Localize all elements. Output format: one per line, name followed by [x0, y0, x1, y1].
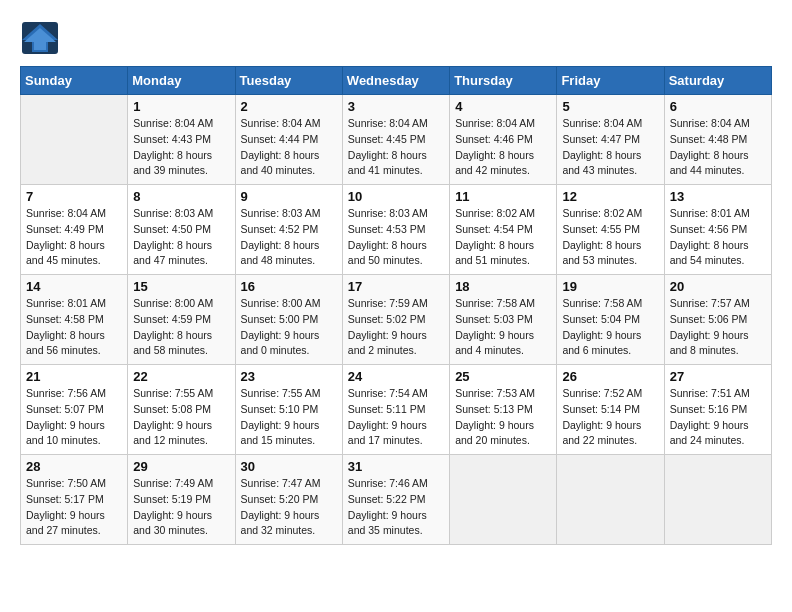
calendar-cell: 26Sunrise: 7:52 AMSunset: 5:14 PMDayligh…: [557, 365, 664, 455]
day-info: Sunrise: 7:57 AMSunset: 5:06 PMDaylight:…: [670, 296, 766, 359]
calendar-cell: 18Sunrise: 7:58 AMSunset: 5:03 PMDayligh…: [450, 275, 557, 365]
header-day-thursday: Thursday: [450, 67, 557, 95]
day-info: Sunrise: 8:03 AMSunset: 4:52 PMDaylight:…: [241, 206, 337, 269]
calendar-cell: 13Sunrise: 8:01 AMSunset: 4:56 PMDayligh…: [664, 185, 771, 275]
day-number: 7: [26, 189, 122, 204]
header-row: SundayMondayTuesdayWednesdayThursdayFrid…: [21, 67, 772, 95]
day-number: 29: [133, 459, 229, 474]
day-number: 13: [670, 189, 766, 204]
day-number: 30: [241, 459, 337, 474]
day-number: 16: [241, 279, 337, 294]
day-number: 25: [455, 369, 551, 384]
day-number: 14: [26, 279, 122, 294]
day-info: Sunrise: 7:59 AMSunset: 5:02 PMDaylight:…: [348, 296, 444, 359]
day-number: 9: [241, 189, 337, 204]
calendar-cell: 27Sunrise: 7:51 AMSunset: 5:16 PMDayligh…: [664, 365, 771, 455]
day-number: 24: [348, 369, 444, 384]
day-number: 2: [241, 99, 337, 114]
calendar-cell: 24Sunrise: 7:54 AMSunset: 5:11 PMDayligh…: [342, 365, 449, 455]
day-number: 18: [455, 279, 551, 294]
calendar-cell: [664, 455, 771, 545]
header-day-monday: Monday: [128, 67, 235, 95]
day-info: Sunrise: 7:56 AMSunset: 5:07 PMDaylight:…: [26, 386, 122, 449]
day-info: Sunrise: 8:00 AMSunset: 5:00 PMDaylight:…: [241, 296, 337, 359]
day-info: Sunrise: 7:51 AMSunset: 5:16 PMDaylight:…: [670, 386, 766, 449]
week-row-1: 1Sunrise: 8:04 AMSunset: 4:43 PMDaylight…: [21, 95, 772, 185]
calendar-cell: 29Sunrise: 7:49 AMSunset: 5:19 PMDayligh…: [128, 455, 235, 545]
day-info: Sunrise: 7:53 AMSunset: 5:13 PMDaylight:…: [455, 386, 551, 449]
calendar-cell: 11Sunrise: 8:02 AMSunset: 4:54 PMDayligh…: [450, 185, 557, 275]
calendar-cell: 8Sunrise: 8:03 AMSunset: 4:50 PMDaylight…: [128, 185, 235, 275]
week-row-4: 21Sunrise: 7:56 AMSunset: 5:07 PMDayligh…: [21, 365, 772, 455]
day-info: Sunrise: 8:02 AMSunset: 4:55 PMDaylight:…: [562, 206, 658, 269]
calendar-cell: 14Sunrise: 8:01 AMSunset: 4:58 PMDayligh…: [21, 275, 128, 365]
calendar-cell: 16Sunrise: 8:00 AMSunset: 5:00 PMDayligh…: [235, 275, 342, 365]
day-number: 6: [670, 99, 766, 114]
calendar-cell: 3Sunrise: 8:04 AMSunset: 4:45 PMDaylight…: [342, 95, 449, 185]
day-number: 10: [348, 189, 444, 204]
day-number: 26: [562, 369, 658, 384]
day-number: 22: [133, 369, 229, 384]
day-number: 21: [26, 369, 122, 384]
day-info: Sunrise: 7:50 AMSunset: 5:17 PMDaylight:…: [26, 476, 122, 539]
calendar-cell: 30Sunrise: 7:47 AMSunset: 5:20 PMDayligh…: [235, 455, 342, 545]
day-number: 11: [455, 189, 551, 204]
calendar-cell: 17Sunrise: 7:59 AMSunset: 5:02 PMDayligh…: [342, 275, 449, 365]
calendar-cell: 9Sunrise: 8:03 AMSunset: 4:52 PMDaylight…: [235, 185, 342, 275]
week-row-3: 14Sunrise: 8:01 AMSunset: 4:58 PMDayligh…: [21, 275, 772, 365]
day-info: Sunrise: 7:46 AMSunset: 5:22 PMDaylight:…: [348, 476, 444, 539]
logo: [20, 20, 64, 56]
day-info: Sunrise: 8:03 AMSunset: 4:53 PMDaylight:…: [348, 206, 444, 269]
week-row-5: 28Sunrise: 7:50 AMSunset: 5:17 PMDayligh…: [21, 455, 772, 545]
day-info: Sunrise: 8:01 AMSunset: 4:56 PMDaylight:…: [670, 206, 766, 269]
calendar-cell: 2Sunrise: 8:04 AMSunset: 4:44 PMDaylight…: [235, 95, 342, 185]
calendar-cell: 19Sunrise: 7:58 AMSunset: 5:04 PMDayligh…: [557, 275, 664, 365]
calendar-cell: 15Sunrise: 8:00 AMSunset: 4:59 PMDayligh…: [128, 275, 235, 365]
calendar-cell: 28Sunrise: 7:50 AMSunset: 5:17 PMDayligh…: [21, 455, 128, 545]
day-info: Sunrise: 7:49 AMSunset: 5:19 PMDaylight:…: [133, 476, 229, 539]
day-number: 27: [670, 369, 766, 384]
day-info: Sunrise: 8:02 AMSunset: 4:54 PMDaylight:…: [455, 206, 551, 269]
calendar-cell: 10Sunrise: 8:03 AMSunset: 4:53 PMDayligh…: [342, 185, 449, 275]
day-info: Sunrise: 7:58 AMSunset: 5:04 PMDaylight:…: [562, 296, 658, 359]
header: [20, 20, 772, 56]
header-day-friday: Friday: [557, 67, 664, 95]
calendar-cell: [557, 455, 664, 545]
day-number: 20: [670, 279, 766, 294]
day-number: 28: [26, 459, 122, 474]
day-info: Sunrise: 7:55 AMSunset: 5:08 PMDaylight:…: [133, 386, 229, 449]
day-info: Sunrise: 7:54 AMSunset: 5:11 PMDaylight:…: [348, 386, 444, 449]
day-info: Sunrise: 8:04 AMSunset: 4:43 PMDaylight:…: [133, 116, 229, 179]
day-info: Sunrise: 7:55 AMSunset: 5:10 PMDaylight:…: [241, 386, 337, 449]
day-info: Sunrise: 8:04 AMSunset: 4:49 PMDaylight:…: [26, 206, 122, 269]
calendar-cell: 31Sunrise: 7:46 AMSunset: 5:22 PMDayligh…: [342, 455, 449, 545]
calendar-table: SundayMondayTuesdayWednesdayThursdayFrid…: [20, 66, 772, 545]
day-number: 4: [455, 99, 551, 114]
day-info: Sunrise: 8:04 AMSunset: 4:47 PMDaylight:…: [562, 116, 658, 179]
day-info: Sunrise: 8:00 AMSunset: 4:59 PMDaylight:…: [133, 296, 229, 359]
day-info: Sunrise: 8:04 AMSunset: 4:46 PMDaylight:…: [455, 116, 551, 179]
week-row-2: 7Sunrise: 8:04 AMSunset: 4:49 PMDaylight…: [21, 185, 772, 275]
day-info: Sunrise: 8:04 AMSunset: 4:44 PMDaylight:…: [241, 116, 337, 179]
day-number: 19: [562, 279, 658, 294]
day-number: 17: [348, 279, 444, 294]
day-number: 5: [562, 99, 658, 114]
day-number: 23: [241, 369, 337, 384]
day-info: Sunrise: 7:58 AMSunset: 5:03 PMDaylight:…: [455, 296, 551, 359]
day-number: 8: [133, 189, 229, 204]
calendar-cell: [21, 95, 128, 185]
calendar-cell: 4Sunrise: 8:04 AMSunset: 4:46 PMDaylight…: [450, 95, 557, 185]
calendar-cell: 23Sunrise: 7:55 AMSunset: 5:10 PMDayligh…: [235, 365, 342, 455]
header-day-saturday: Saturday: [664, 67, 771, 95]
logo-icon: [20, 20, 60, 56]
header-day-tuesday: Tuesday: [235, 67, 342, 95]
calendar-cell: 1Sunrise: 8:04 AMSunset: 4:43 PMDaylight…: [128, 95, 235, 185]
day-info: Sunrise: 8:03 AMSunset: 4:50 PMDaylight:…: [133, 206, 229, 269]
header-day-wednesday: Wednesday: [342, 67, 449, 95]
calendar-cell: 6Sunrise: 8:04 AMSunset: 4:48 PMDaylight…: [664, 95, 771, 185]
day-number: 15: [133, 279, 229, 294]
calendar-cell: 7Sunrise: 8:04 AMSunset: 4:49 PMDaylight…: [21, 185, 128, 275]
day-info: Sunrise: 7:52 AMSunset: 5:14 PMDaylight:…: [562, 386, 658, 449]
day-info: Sunrise: 8:04 AMSunset: 4:48 PMDaylight:…: [670, 116, 766, 179]
day-info: Sunrise: 7:47 AMSunset: 5:20 PMDaylight:…: [241, 476, 337, 539]
